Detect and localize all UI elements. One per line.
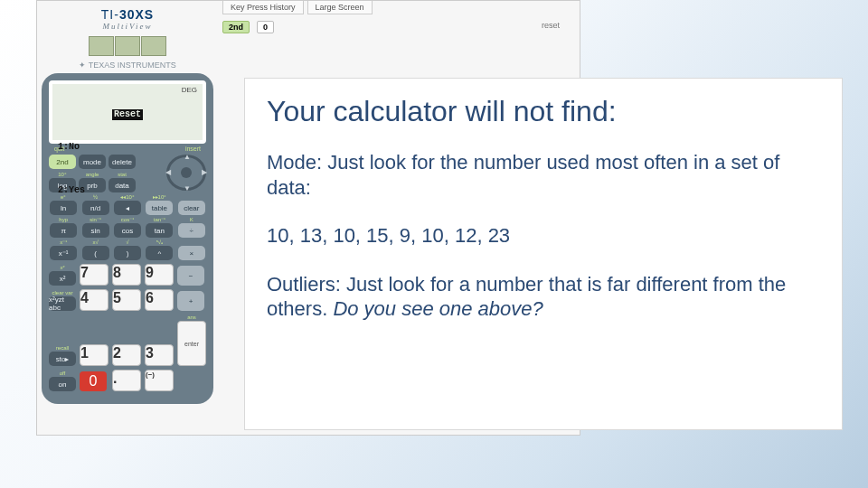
key-x2[interactable]: x² xyxy=(49,271,76,286)
numeric-pad: x²x² 7 8 9 − clear varx²yzt abc 4 5 6 + … xyxy=(49,264,206,391)
deg-indicator: DEG xyxy=(182,86,197,94)
lcd-line-1: Reset xyxy=(112,109,143,120)
lcd-screen: DEG Reset 1:No 2:Yes xyxy=(52,84,203,140)
content-dataset: 10, 13, 10, 15, 9, 10, 12, 23 xyxy=(267,223,820,249)
calc-header: TI-30XS MultiView xyxy=(42,4,213,33)
calc-model: TI-30XS xyxy=(42,7,213,22)
key-multiply[interactable]: × xyxy=(178,246,205,260)
key-sin[interactable]: sin xyxy=(82,223,109,238)
key-rparen[interactable]: ) xyxy=(114,246,141,260)
reset-label: reset xyxy=(542,21,560,30)
key-pi[interactable]: π xyxy=(50,223,77,238)
key-dot[interactable]: . xyxy=(112,370,141,391)
sup-ans: ans xyxy=(187,314,196,320)
content-p2: Outliers: Just look for a number that is… xyxy=(267,272,820,322)
arrow-left-icon[interactable]: ◀ xyxy=(165,168,171,176)
key-0[interactable]: 0 xyxy=(80,371,107,391)
solar-panel xyxy=(42,36,213,56)
key-5[interactable]: 5 xyxy=(112,289,141,311)
content-p1: Mode: Just look for the number used most… xyxy=(267,150,820,200)
arrow-down-icon[interactable]: ▼ xyxy=(184,184,191,192)
lcd-frame: DEG Reset 1:No 2:Yes xyxy=(49,80,206,144)
key-4[interactable]: 4 xyxy=(80,289,108,311)
key-8[interactable]: 8 xyxy=(112,264,141,286)
sup-recall: recall xyxy=(56,345,69,351)
dpad[interactable]: ▲ ▼ ◀ ▶ xyxy=(166,155,206,191)
content-title: Your calculator will not find: xyxy=(267,95,820,128)
lcd-line-2: 1:No xyxy=(58,142,197,153)
slide: Key Press History Large Screen reset 2nd… xyxy=(0,0,868,488)
key-on[interactable]: on xyxy=(49,377,76,391)
arrow-up-icon[interactable]: ▲ xyxy=(184,153,191,161)
key-power[interactable]: ^ xyxy=(146,246,173,260)
func-row-4: hypπ sin⁻¹sin cos⁻¹cos tan⁻¹tan K÷ xyxy=(49,217,206,238)
key-1[interactable]: 1 xyxy=(80,344,108,366)
sup-xinv: x⁻¹ xyxy=(60,239,67,245)
key-2[interactable]: 2 xyxy=(112,344,141,366)
key-lparen[interactable]: ( xyxy=(82,246,109,260)
key-xinv[interactable]: x⁻¹ xyxy=(50,246,77,260)
func-row-5: x⁻¹x⁻¹ x√( √) ⁿ√ₐ^ × xyxy=(49,239,206,260)
model-prefix: TI- xyxy=(101,7,119,22)
sup-nroot: ⁿ√ₐ xyxy=(156,239,163,245)
key-6[interactable]: 6 xyxy=(145,289,174,311)
tab-large-screen[interactable]: Large Screen xyxy=(307,1,373,14)
key-enter[interactable]: enter xyxy=(177,321,206,366)
sim-tabs: Key Press History Large Screen xyxy=(222,1,373,14)
key-tan[interactable]: tan xyxy=(146,223,173,238)
sup-off: off xyxy=(60,371,66,376)
model-number: 30XS xyxy=(119,7,154,22)
content-panel: Your calculator will not find: Mode: Jus… xyxy=(244,78,843,430)
key-minus[interactable]: − xyxy=(177,266,204,286)
calculator: TI-30XS MultiView TEXAS INSTRUMENTS DEG … xyxy=(42,4,213,404)
key-9[interactable]: 9 xyxy=(145,264,174,286)
key-cos[interactable]: cos xyxy=(114,223,141,238)
calc-body: DEG Reset 1:No 2:Yes quit insert 2nd mod… xyxy=(42,73,213,404)
ti-logo: TEXAS INSTRUMENTS xyxy=(42,61,213,70)
key-press-row: 2nd 0 xyxy=(222,21,274,33)
content-p2b: Do you see one above? xyxy=(333,297,542,320)
sup-sqrt: √ xyxy=(126,239,128,245)
sup-blank2 xyxy=(191,239,193,245)
tab-key-history[interactable]: Key Press History xyxy=(222,1,304,14)
history-key-2nd: 2nd xyxy=(222,21,250,33)
history-key-0: 0 xyxy=(257,21,274,33)
key-7[interactable]: 7 xyxy=(80,264,108,286)
dpad-center[interactable] xyxy=(181,167,192,178)
key-plus[interactable]: + xyxy=(177,291,204,311)
key-divide[interactable]: ÷ xyxy=(178,223,205,238)
arrow-right-icon[interactable]: ▶ xyxy=(202,168,207,176)
key-var[interactable]: x²yzt abc xyxy=(49,296,76,311)
key-sto[interactable]: sto▸ xyxy=(49,352,76,366)
key-neg[interactable]: (−) xyxy=(145,370,174,391)
sup-x2: x² xyxy=(61,265,65,270)
calc-subtitle: MultiView xyxy=(42,22,213,31)
sup-xroot: x√ xyxy=(92,239,98,245)
key-3[interactable]: 3 xyxy=(145,344,174,366)
